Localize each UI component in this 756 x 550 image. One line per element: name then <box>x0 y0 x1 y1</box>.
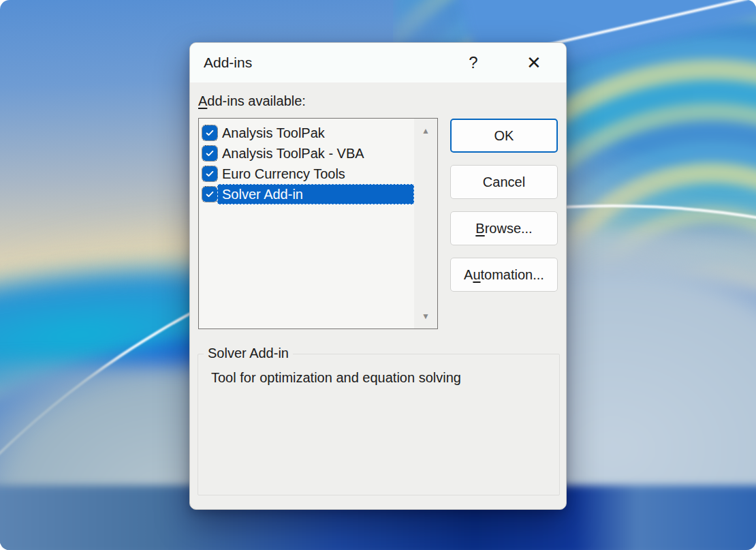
cancel-label: Cancel <box>483 174 525 190</box>
help-icon[interactable]: ? <box>458 43 488 82</box>
addin-label[interactable]: Analysis ToolPak <box>217 123 414 143</box>
detail-groupbox: Solver Add-in Tool for optimization and … <box>198 354 560 495</box>
detail-description: Tool for optimization and equation solvi… <box>211 370 461 386</box>
addins-dialog: Add-ins ? ✕ Add-ins available: Analysis … <box>189 42 567 510</box>
addins-list: Analysis ToolPakAnalysis ToolPak - VBAEu… <box>199 119 414 329</box>
close-icon[interactable]: ✕ <box>519 43 549 82</box>
check-icon <box>205 169 215 179</box>
check-icon <box>205 128 215 138</box>
automation-button[interactable]: Automation... <box>450 258 558 292</box>
dialog-title: Add-ins <box>204 43 252 82</box>
addin-row[interactable]: Analysis ToolPak - VBA <box>199 143 414 164</box>
addin-label[interactable]: Solver Add-in <box>217 184 414 204</box>
addins-listbox: Analysis ToolPakAnalysis ToolPak - VBAEu… <box>198 118 438 329</box>
check-icon <box>205 149 215 158</box>
addin-row[interactable]: Solver Add-in <box>199 184 414 204</box>
ok-label: OK <box>494 128 514 144</box>
scroll-down-icon[interactable]: ▼ <box>422 312 430 320</box>
label-accesskey: A <box>198 93 207 108</box>
detail-legend: Solver Add-in <box>204 346 293 361</box>
checkbox-checked-icon[interactable] <box>202 166 217 181</box>
addins-available-label: Add-ins available: <box>198 93 306 109</box>
browse-accesskey: B <box>475 221 484 236</box>
cancel-button[interactable]: Cancel <box>450 165 558 199</box>
checkbox-checked-icon[interactable] <box>202 146 217 161</box>
browse-label: rowse... <box>485 221 533 236</box>
dialog-titlebar[interactable]: Add-ins ? ✕ <box>190 43 566 82</box>
addin-label[interactable]: Analysis ToolPak - VBA <box>217 143 414 164</box>
addin-row[interactable]: Analysis ToolPak <box>199 123 414 143</box>
checkbox-checked-icon[interactable] <box>202 187 217 202</box>
automation-label: tomation... <box>481 267 544 283</box>
automation-accesskey: u <box>473 267 480 283</box>
browse-button[interactable]: Browse... <box>450 211 558 245</box>
checkbox-checked-icon[interactable] <box>202 125 217 140</box>
label-rest: dd-ins available: <box>207 93 306 108</box>
listbox-scrollbar[interactable]: ▲ ▼ <box>414 119 437 329</box>
ok-button[interactable]: OK <box>450 119 558 153</box>
addin-row[interactable]: Euro Currency Tools <box>199 164 414 184</box>
scroll-up-icon[interactable]: ▲ <box>422 127 430 135</box>
addin-label[interactable]: Euro Currency Tools <box>217 164 414 184</box>
check-icon <box>205 189 215 199</box>
automation-prefix: A <box>464 267 473 283</box>
